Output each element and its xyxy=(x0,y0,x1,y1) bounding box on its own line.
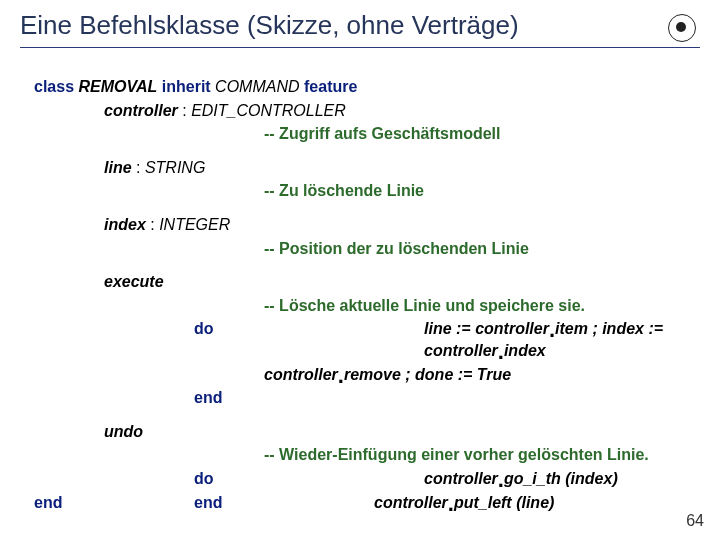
exec-body-1: line := controller xyxy=(424,320,549,337)
title-divider xyxy=(20,47,700,48)
page-number: 64 xyxy=(686,512,704,530)
index-comment: -- Position der zu löschenden Linie xyxy=(34,238,700,260)
index-type: INTEGER xyxy=(159,216,230,233)
execute-comment: -- Lösche aktuelle Linie und speichere s… xyxy=(34,295,700,317)
class-decl-line: class REMOVAL inherit COMMAND feature xyxy=(34,76,700,98)
undo-end: end xyxy=(194,494,222,511)
undo-do-line: do controller.go_i_th (index) xyxy=(34,468,700,490)
exec-body-2: controller.remove ; done := True xyxy=(34,364,700,386)
execute-decl: execute xyxy=(34,271,700,293)
undo-body-2: controller xyxy=(374,494,448,511)
kw-do-exec: do xyxy=(194,320,214,337)
line-comment: -- Zu löschende Linie xyxy=(34,180,700,202)
class-name: REMOVAL xyxy=(79,78,158,95)
controller-ident: controller xyxy=(104,102,178,119)
class-end: end xyxy=(34,494,62,511)
line-decl: line : STRING xyxy=(34,157,700,179)
kw-inherit: inherit xyxy=(162,78,211,95)
execute-end: end xyxy=(34,387,700,409)
kw-do-undo: do xyxy=(194,470,214,487)
page-title: Eine Befehlsklasse (Skizze, ohne Verträg… xyxy=(20,10,519,45)
controller-decl: controller : EDIT_CONTROLLER xyxy=(34,100,700,122)
kw-class: class xyxy=(34,78,74,95)
code-block: class REMOVAL inherit COMMAND feature co… xyxy=(20,76,700,513)
undo-comment: -- Wieder-Einfügung einer vorher gelösch… xyxy=(34,444,700,466)
line-type: STRING xyxy=(145,159,205,176)
undo-end-line: end end controller.put_left (line) xyxy=(34,492,700,514)
undo-body-1: controller xyxy=(424,470,498,487)
logo-icon xyxy=(668,14,696,42)
index-ident: index xyxy=(104,216,146,233)
index-decl: index : INTEGER xyxy=(34,214,700,236)
kw-feature: feature xyxy=(304,78,357,95)
parent-class: COMMAND xyxy=(215,78,299,95)
execute-do-line: do line := controller.item ; index := co… xyxy=(34,318,700,361)
undo-decl: undo xyxy=(34,421,700,443)
line-ident: line xyxy=(104,159,132,176)
controller-comment: -- Zugriff aufs Geschäftsmodell xyxy=(34,123,700,145)
controller-type: EDIT_CONTROLLER xyxy=(191,102,346,119)
